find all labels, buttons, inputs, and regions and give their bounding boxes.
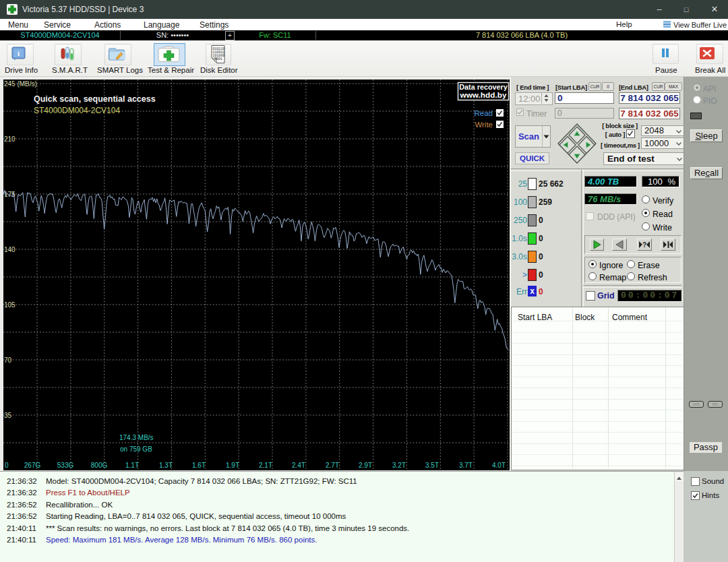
svg-text:0001: 0001	[214, 57, 222, 61]
svg-text:140: 140	[4, 246, 16, 253]
svg-text:Write: Write	[475, 121, 493, 129]
svg-text:267G: 267G	[24, 462, 41, 469]
svg-text:105: 105	[4, 301, 16, 309]
svg-text:Quick scan, sequential access: Quick scan, sequential access	[34, 94, 156, 104]
svg-text:2.7T: 2.7T	[326, 462, 339, 469]
svg-text:210: 210	[4, 135, 16, 143]
svg-text:70: 70	[4, 356, 12, 364]
svg-text:245 (MB/s): 245 (MB/s)	[4, 80, 37, 88]
svg-text:www.hdd.by: www.hdd.by	[459, 90, 506, 100]
svg-text:1.3T: 1.3T	[159, 462, 173, 469]
svg-text:2.1T: 2.1T	[259, 462, 272, 469]
svg-text:?: ?	[642, 241, 646, 249]
svg-text:2.9T: 2.9T	[359, 462, 372, 469]
svg-text:ST4000DM004-2CV104: ST4000DM004-2CV104	[34, 106, 120, 115]
svg-text:Read: Read	[475, 109, 493, 117]
svg-text:2.4T: 2.4T	[292, 462, 305, 469]
svg-text:1.6T: 1.6T	[192, 462, 206, 469]
svg-text:4.0T: 4.0T	[492, 462, 506, 469]
svg-text:i: i	[18, 49, 20, 57]
svg-text:533G: 533G	[57, 462, 74, 469]
svg-text:3.2T: 3.2T	[392, 462, 406, 469]
svg-text:0: 0	[5, 462, 9, 469]
svg-text:3.5T: 3.5T	[425, 462, 439, 469]
svg-text:1.9T: 1.9T	[226, 462, 239, 469]
svg-text:35: 35	[4, 412, 12, 419]
svg-text:3.7T: 3.7T	[459, 462, 473, 469]
svg-text:174.3 MB/s: 174.3 MB/s	[119, 434, 154, 441]
svg-text:on 759 GB: on 759 GB	[120, 445, 152, 453]
svg-text:Data recovery: Data recovery	[459, 83, 507, 91]
svg-text:800G: 800G	[91, 462, 108, 469]
svg-text:1.1T: 1.1T	[125, 462, 139, 469]
